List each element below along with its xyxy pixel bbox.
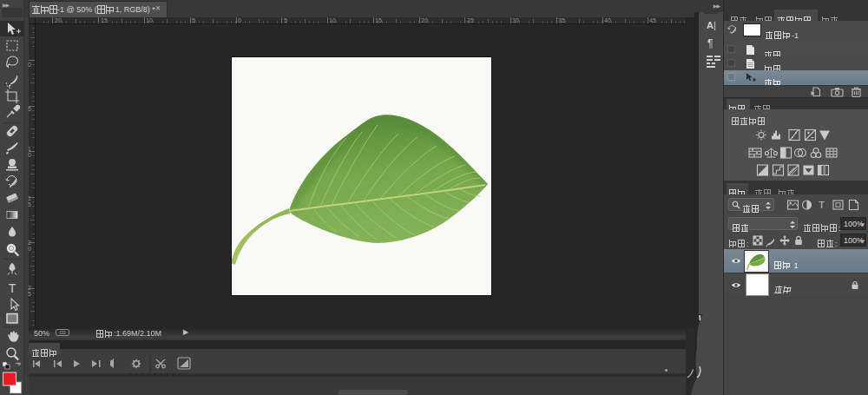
svg-text:T: T xyxy=(9,281,16,295)
svg-text:T: T xyxy=(819,200,825,210)
